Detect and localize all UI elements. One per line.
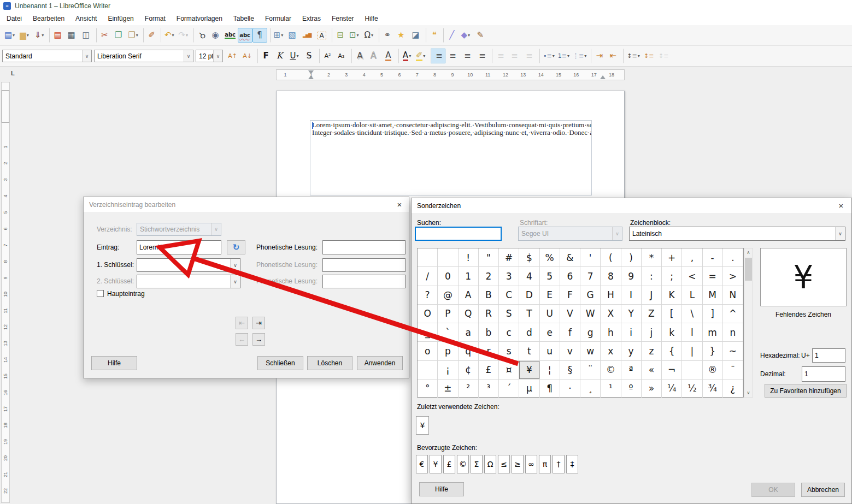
char-cell[interactable] [418, 248, 438, 267]
char-cell[interactable]: B [479, 286, 499, 305]
char-cell[interactable]: z [642, 342, 662, 360]
char-cell[interactable]: O [418, 305, 438, 323]
char-cell[interactable]: 2 [479, 267, 499, 286]
basic-shapes-icon[interactable]: ◆ ▾ [458, 28, 473, 43]
char-cell[interactable]: » [642, 380, 662, 398]
char-cell[interactable]: ¦ [540, 361, 560, 380]
insert-field-icon[interactable]: ⊡ ▾ [346, 28, 361, 43]
char-cell[interactable]: ! [459, 248, 479, 267]
char-cell[interactable]: Z [642, 305, 662, 323]
chevron-down-icon[interactable]: ∨ [230, 259, 240, 271]
close-icon[interactable]: × [836, 201, 846, 210]
line-spacing-icon[interactable]: ↕≡ ▾ [623, 49, 641, 63]
menu-item[interactable]: Fenster [326, 13, 360, 24]
char-cell[interactable]: S [499, 305, 519, 323]
chevron-down-icon[interactable]: ∨ [213, 50, 222, 62]
char-cell[interactable]: ` [438, 323, 458, 342]
char-cell[interactable]: q [459, 342, 479, 360]
align-center-icon[interactable]: ≡ ▾ [445, 49, 460, 63]
char-cell[interactable]: ? [418, 286, 438, 305]
char-cell[interactable]: \ [682, 305, 702, 323]
phonetic-input-3[interactable] [322, 275, 406, 288]
save-icon[interactable]: ⇓ ▾ [32, 28, 46, 43]
char-cell[interactable]: @ [438, 286, 458, 305]
phonetic-input-2[interactable] [322, 258, 406, 272]
char-cell[interactable]: e [540, 323, 560, 342]
char-cell[interactable]: ¨ [580, 361, 601, 380]
favorite-char-cell[interactable]: † [553, 455, 565, 473]
char-cell[interactable]: © [601, 361, 621, 380]
char-cell[interactable]: D [519, 286, 539, 305]
char-cell[interactable]: U [540, 305, 560, 323]
previous-entry-button[interactable]: ← [236, 333, 248, 346]
auto-spellcheck-icon[interactable]: abc ▾ [238, 28, 252, 43]
chevron-down-icon[interactable]: ∨ [230, 275, 240, 288]
print-preview-icon[interactable]: ◫ ▾ [79, 28, 93, 43]
navigator-icon[interactable]: ◉ ▾ [208, 28, 223, 43]
char-cell[interactable] [682, 361, 702, 380]
close-button[interactable]: Schließen [257, 356, 303, 370]
insert-chart-icon[interactable]: ▂▅▇ ▾ [299, 28, 314, 43]
char-cell[interactable]: G [580, 286, 601, 305]
char-cell[interactable]: 3 [499, 267, 519, 286]
paragraph-style-combobox[interactable]: Standard ∨ [2, 50, 92, 62]
tab-stop-selector[interactable]: L [11, 70, 19, 78]
italic-icon[interactable]: K ▾ [272, 49, 287, 63]
char-cell[interactable]: ¼ [662, 380, 682, 398]
close-icon[interactable]: × [395, 200, 404, 209]
char-cell[interactable]: ¿ [723, 380, 743, 398]
decrease-indent-icon[interactable]: ⇤ ▾ [606, 49, 620, 63]
cancel-button[interactable]: Abbrechen [801, 483, 845, 497]
menu-item[interactable]: Einfügen [102, 13, 139, 24]
copy-icon[interactable]: ❐ ▾ [111, 28, 126, 43]
char-cell[interactable]: [ [662, 305, 682, 323]
char-cell[interactable]: t [519, 342, 539, 360]
spelling-icon[interactable]: abc ▾ [223, 28, 238, 43]
hex-input[interactable]: 1 [812, 348, 845, 363]
last-entry-button[interactable]: ⇥ [252, 317, 265, 329]
menu-item[interactable]: Format [139, 13, 171, 24]
char-cell[interactable]: ] [703, 305, 723, 323]
char-cell[interactable]: a [459, 323, 479, 342]
bookmark-icon[interactable]: ★ ▾ [393, 28, 408, 43]
align-bottom-icon[interactable]: ≡ ▾ [522, 49, 537, 63]
char-cell[interactable]: v [560, 342, 580, 360]
char-cell[interactable]: " [479, 248, 499, 267]
char-cell[interactable]: F [560, 286, 580, 305]
chevron-down-icon[interactable]: ∨ [835, 227, 845, 240]
char-cell[interactable]: ¹ [601, 380, 621, 398]
char-cell[interactable]: « [642, 361, 662, 380]
bullet-list-icon[interactable]: •≡ ▾ [539, 49, 556, 63]
char-cell[interactable]: x [601, 342, 621, 360]
subscript-icon[interactable]: A₂ ▾ [334, 49, 349, 63]
favorite-char-cell[interactable]: π [539, 455, 551, 473]
menu-item[interactable]: Extras [297, 13, 326, 24]
char-cell[interactable]: < [682, 267, 702, 286]
right-indent-marker[interactable] [600, 75, 606, 79]
left-indent-marker[interactable] [308, 75, 314, 79]
favorite-char-cell[interactable]: ∞ [525, 455, 537, 473]
char-cell[interactable]: 4 [519, 267, 539, 286]
chevron-down-icon[interactable]: ∨ [82, 50, 91, 62]
char-cell[interactable]: ° [418, 380, 438, 398]
char-cell[interactable]: ¾ [703, 380, 723, 398]
char-cell[interactable]: g [580, 323, 601, 342]
char-cell[interactable]: ^ [723, 305, 743, 323]
open-folder-icon[interactable]: ▆ ▾ [17, 28, 32, 43]
eintrag-input[interactable]: Lorem¥ [137, 240, 221, 254]
char-cell[interactable]: 9 [621, 267, 642, 286]
char-cell[interactable]: º [621, 380, 642, 398]
char-cell[interactable]: Y [621, 305, 642, 323]
insert-table-icon[interactable]: ⊞ ▾ [270, 28, 285, 43]
char-cell[interactable]: ; [662, 267, 682, 286]
char-cell[interactable]: ± [438, 380, 458, 398]
bold-icon[interactable]: F ▾ [257, 49, 272, 63]
char-cell[interactable]: W [580, 305, 601, 323]
grid-scrollbar[interactable]: ∧ ∨ [744, 248, 753, 398]
dec-input[interactable]: 1 [802, 366, 845, 382]
char-cell[interactable]: X [601, 305, 621, 323]
char-cell[interactable]: n [723, 323, 743, 342]
insert-line-icon[interactable]: ╱ ▾ [443, 28, 458, 43]
next-entry-button[interactable]: → [252, 333, 265, 346]
font-size-combobox[interactable]: 12 pt ∨ [196, 50, 223, 62]
